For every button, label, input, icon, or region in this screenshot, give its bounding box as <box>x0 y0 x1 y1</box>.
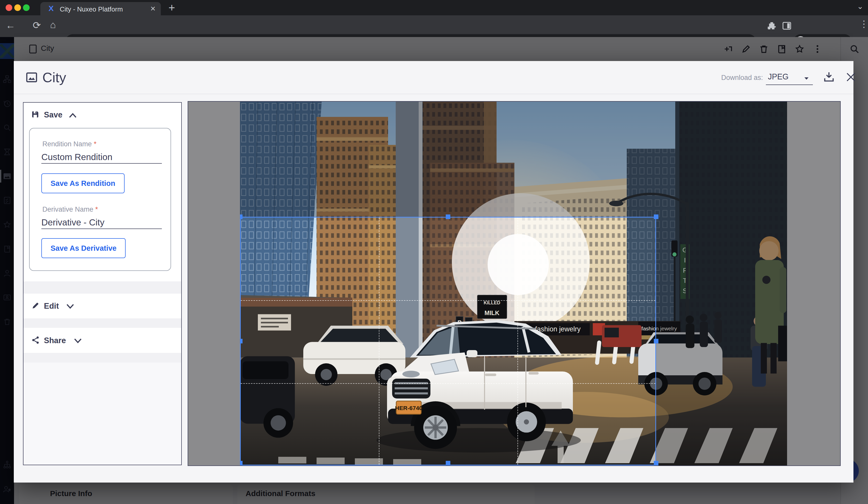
crop-handle-ne[interactable] <box>654 215 658 219</box>
chevron-down-icon <box>803 76 810 81</box>
modal-header: City Download as: JPEG <box>14 61 854 94</box>
crop-handle-n[interactable] <box>446 215 450 219</box>
extensions-puzzle-icon[interactable] <box>766 20 777 31</box>
tools-panel: Save Rendition Name * Save As Rendition … <box>23 102 182 465</box>
panel-empty-area <box>23 362 181 465</box>
save-section: Save Rendition Name * Save As Rendition … <box>23 103 181 281</box>
browser-menu-icon[interactable]: ⋮ <box>859 19 868 29</box>
edit-pencil-icon <box>31 301 40 310</box>
save-as-rendition-button[interactable]: Save As Rendition <box>41 173 125 193</box>
crop-handle-se[interactable] <box>654 461 658 465</box>
required-asterisk: * <box>94 140 96 148</box>
crop-dim-top <box>240 102 787 217</box>
reload-button[interactable]: ⟳ <box>33 20 41 30</box>
browser-tab[interactable]: X City - Nuxeo Platform ✕ <box>40 2 161 15</box>
nuxeo-favicon-icon: X <box>49 4 54 13</box>
tab-search-chevron-icon[interactable]: ⌄ <box>857 2 864 10</box>
crop-handle-e[interactable] <box>654 339 658 343</box>
save-form-card: Rendition Name * Save As Rendition Deriv… <box>29 128 171 271</box>
download-as-label: Download as: <box>721 74 763 82</box>
format-select[interactable]: JPEG <box>766 71 813 85</box>
crop-handle-sw[interactable] <box>240 461 242 465</box>
edit-section[interactable]: Edit <box>23 294 181 318</box>
download-icon[interactable] <box>822 70 836 84</box>
chevron-down-icon[interactable] <box>66 304 74 309</box>
home-button[interactable]: ⌂ <box>50 20 56 30</box>
crop-handle-nw[interactable] <box>240 215 242 219</box>
new-tab-button[interactable]: + <box>168 2 175 13</box>
crop-thirds-line <box>241 300 655 301</box>
save-header[interactable]: Save <box>44 110 62 120</box>
chevron-down-icon[interactable] <box>74 338 82 343</box>
crop-thirds-line <box>241 383 655 384</box>
format-value: JPEG <box>768 72 788 81</box>
city-photo[interactable]: GIFTS KILLED <box>240 102 787 465</box>
browser-toolbar: ← ⟳ ⌂ platform-nmm-pr-29-preview.platfor… <box>0 15 868 37</box>
traffic-light-zoom[interactable] <box>23 4 30 11</box>
browser-tabstrip: X City - Nuxeo Platform ✕ + ⌄ <box>0 0 868 15</box>
rendition-name-input[interactable] <box>41 151 162 164</box>
crop-handle-w[interactable] <box>240 339 242 343</box>
save-as-derivative-button[interactable]: Save As Derivative <box>41 238 126 258</box>
share-header[interactable]: Share <box>44 336 66 345</box>
modal-title: City <box>42 70 66 85</box>
traffic-light-close[interactable] <box>6 4 12 11</box>
derivative-name-label: Derivative Name * <box>42 206 98 214</box>
back-button[interactable]: ← <box>6 20 15 30</box>
traffic-light-minimize[interactable] <box>14 4 21 11</box>
crop-thirds-line <box>379 217 379 465</box>
chevron-up-icon[interactable] <box>69 113 76 118</box>
image-editor-modal: City Download as: JPEG Save <box>14 61 854 483</box>
crop-handle-s[interactable] <box>446 461 450 465</box>
screen: X City - Nuxeo Platform ✕ + ⌄ ← ⟳ ⌂ plat… <box>0 0 868 504</box>
share-icon <box>31 336 40 344</box>
tab-close-icon[interactable]: ✕ <box>150 5 156 13</box>
crop-thirds-line <box>517 217 518 465</box>
rendition-name-label: Rendition Name * <box>42 140 96 148</box>
share-section[interactable]: Share <box>23 328 181 353</box>
close-icon[interactable] <box>845 71 857 83</box>
derivative-name-input[interactable] <box>41 216 162 229</box>
save-floppy-icon <box>31 110 40 119</box>
image-viewer: GIFTS KILLED <box>188 101 841 466</box>
crop-dim-right <box>656 217 787 465</box>
tab-title: City - Nuxeo Platform <box>60 6 123 13</box>
side-panel-icon[interactable] <box>782 21 792 31</box>
required-asterisk: * <box>95 206 98 213</box>
crop-selection[interactable] <box>240 217 656 465</box>
edit-header[interactable]: Edit <box>44 301 59 311</box>
image-icon <box>25 71 38 83</box>
